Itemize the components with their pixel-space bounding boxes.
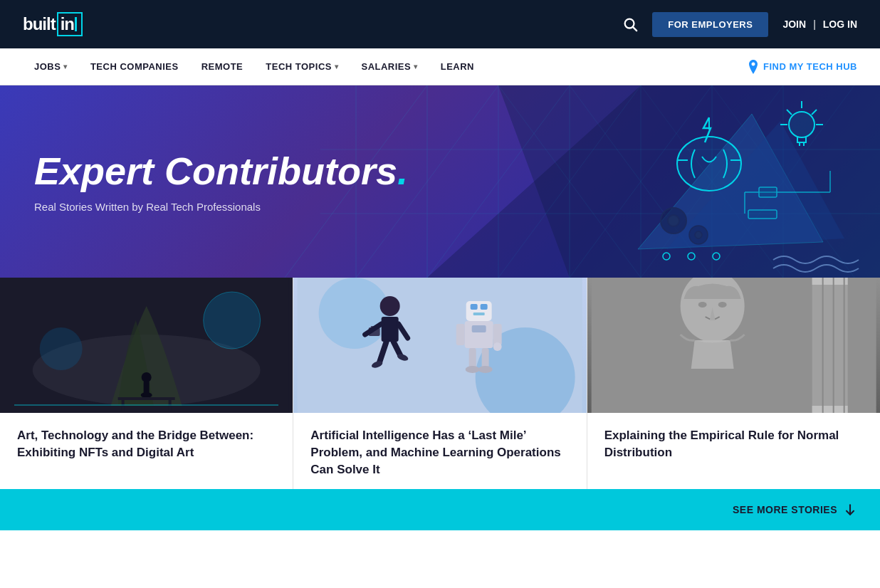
svg-rect-41: [759, 187, 777, 197]
nav-item-tech-companies[interactable]: TECH COMPANIES: [79, 48, 190, 85]
svg-rect-83: [493, 324, 502, 345]
logo[interactable]: builtin: [23, 12, 83, 36]
article-image-2: [293, 278, 586, 413]
svg-point-84: [493, 342, 502, 351]
find-tech-hub-link[interactable]: FIND MY TECH HUB: [748, 60, 857, 74]
articles-section: Art, Technology and the Bridge Between: …: [0, 278, 880, 489]
svg-rect-56: [118, 397, 175, 400]
svg-rect-75: [473, 313, 485, 315]
article-image-1: [0, 278, 293, 413]
nav-item-tech-topics[interactable]: TECH TOPICS ▾: [254, 48, 350, 85]
logo-box-text: in: [61, 14, 74, 34]
join-link[interactable]: JOIN: [782, 19, 806, 30]
svg-point-93: [698, 302, 706, 308]
svg-rect-76: [465, 321, 493, 348]
svg-rect-78: [469, 348, 476, 368]
article-card[interactable]: Artificial Intelligence Has a ‘Last Mile…: [293, 278, 587, 489]
chevron-down-icon: ▾: [63, 63, 68, 70]
svg-rect-82: [456, 324, 465, 345]
logo-cursor: [75, 17, 77, 31]
svg-rect-57: [122, 400, 125, 411]
svg-rect-74: [481, 304, 488, 310]
arrow-down-icon: [843, 503, 857, 517]
svg-rect-87: [812, 278, 847, 285]
article-card[interactable]: Art, Technology and the Bridge Between: …: [0, 278, 293, 489]
svg-rect-77: [472, 325, 486, 332]
svg-rect-45: [748, 210, 777, 219]
header-right: FOR EMPLOYERS JOIN | LOG IN: [622, 12, 857, 37]
svg-point-55: [142, 372, 152, 382]
svg-point-81: [478, 366, 493, 373]
main-nav: JOBS ▾ TECH COMPANIES REMOTE TECH TOPICS…: [0, 48, 880, 85]
svg-rect-73: [471, 304, 478, 310]
nav-item-learn[interactable]: LEARN: [429, 48, 486, 85]
nav-item-salaries[interactable]: SALARIES ▾: [350, 48, 429, 85]
svg-point-26: [677, 137, 741, 191]
hero-title: Expert Contributors.: [34, 150, 408, 192]
svg-point-46: [663, 253, 670, 260]
article-image-3: [587, 278, 880, 413]
svg-rect-54: [144, 381, 150, 397]
footer-bar: SEE MORE STORIES: [0, 489, 880, 530]
hero-subtitle: Real Stories Written by Real Tech Profes…: [34, 201, 408, 213]
hero-content: Expert Contributors. Real Stories Writte…: [0, 150, 442, 213]
svg-line-34: [812, 110, 817, 115]
svg-point-80: [466, 366, 480, 373]
nav-left: JOBS ▾ TECH COMPANIES REMOTE TECH TOPICS…: [23, 48, 486, 85]
chevron-down-icon: ▾: [335, 63, 339, 70]
svg-point-62: [380, 296, 400, 316]
svg-point-94: [718, 302, 726, 308]
svg-rect-72: [466, 301, 492, 321]
nav-item-jobs[interactable]: JOBS ▾: [23, 48, 79, 85]
svg-rect-63: [382, 317, 399, 342]
article-title-3: Explaining the Empirical Rule for Normal…: [587, 413, 880, 473]
svg-point-52: [40, 327, 83, 370]
logo-box: in: [57, 12, 83, 36]
svg-point-37: [668, 215, 679, 226]
see-more-stories-link[interactable]: SEE MORE STORIES: [733, 503, 857, 517]
chevron-down-icon: ▾: [414, 63, 418, 70]
for-employers-button[interactable]: FOR EMPLOYERS: [652, 12, 768, 37]
svg-point-39: [695, 231, 702, 238]
svg-line-1: [633, 27, 637, 31]
article-title-1: Art, Technology and the Bridge Between: …: [0, 413, 293, 473]
logo-text: built: [23, 14, 56, 34]
svg-point-28: [789, 112, 814, 137]
site-header: builtin FOR EMPLOYERS JOIN | LOG IN: [0, 0, 880, 48]
location-icon: [748, 60, 759, 74]
svg-rect-86: [812, 278, 847, 413]
search-button[interactable]: [622, 16, 638, 32]
auth-divider: |: [813, 19, 816, 30]
svg-rect-58: [169, 400, 172, 411]
article-card[interactable]: Explaining the Empirical Rule for Normal…: [587, 278, 880, 489]
auth-links: JOIN | LOG IN: [782, 19, 857, 30]
svg-point-47: [688, 253, 695, 260]
svg-point-51: [204, 292, 261, 349]
svg-point-48: [713, 253, 720, 260]
article-title-2: Artificial Intelligence Has a ‘Last Mile…: [293, 413, 586, 489]
svg-rect-79: [482, 348, 489, 368]
svg-line-35: [787, 110, 792, 115]
svg-rect-88: [812, 406, 847, 413]
log-in-link[interactable]: LOG IN: [823, 19, 857, 30]
svg-point-61: [319, 278, 390, 349]
hero-illustration: [524, 85, 880, 278]
nav-item-remote[interactable]: REMOTE: [190, 48, 255, 85]
search-icon: [622, 16, 638, 32]
hero-banner: Expert Contributors. Real Stories Writte…: [0, 85, 880, 278]
